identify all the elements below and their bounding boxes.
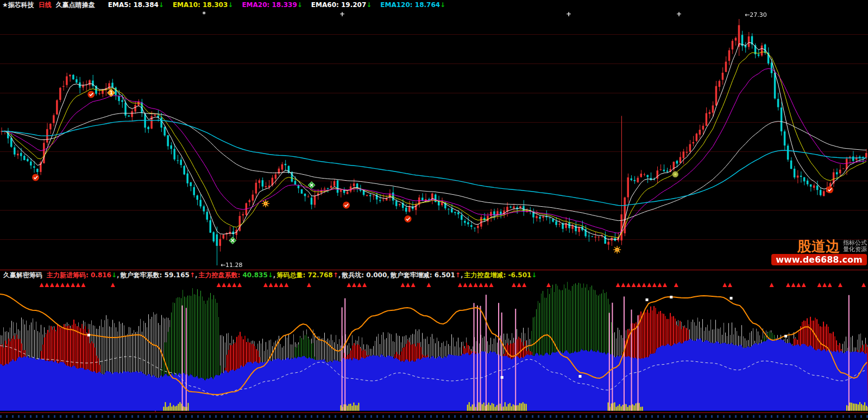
ema10-readout: EMA10: 18.303↓: [173, 1, 233, 9]
chip-stats: 主力新进筹码: 0.816↓, 散户套牢系数: 59.165↑, 主力控盘系数:…: [47, 271, 537, 280]
ema20-readout: EMA20: 18.339↓: [242, 1, 302, 9]
watermark: 股道边 指标公式 量化资源 www.de6688.com: [771, 239, 867, 268]
price-chart-canvas[interactable]: [0, 10, 868, 270]
watermark-brand: 股道边: [797, 239, 840, 253]
ema60-readout: EMA60: 19.207↓: [311, 1, 372, 9]
watermark-top-row: 股道边 指标公式 量化资源: [771, 239, 867, 253]
scrollbar-ticks: [0, 415, 868, 418]
chip-stat-6: 主力控盘增减: -6.501↓: [464, 271, 537, 280]
main-chart-header: ★振芯科技 日线 久赢点睛操盘 EMA5: 18.384↓EMA10: 18.3…: [0, 0, 868, 10]
chip-panel-canvas[interactable]: [0, 281, 868, 412]
bottom-scrollbar[interactable]: [0, 412, 868, 420]
chip-stat-1: 散户套牢系数: 59.165↑,: [121, 271, 198, 280]
stock-name: ★振芯科技: [2, 1, 34, 10]
chip-stat-0: 主力新进筹码: 0.816↓,: [47, 271, 119, 280]
watermark-tagline-2: 量化资源: [843, 246, 867, 253]
watermark-taglines: 指标公式 量化资源: [843, 240, 867, 253]
ema5-readout: EMA5: 18.384↓: [108, 1, 164, 9]
ema-readouts: EMA5: 18.384↓EMA10: 18.303↓EMA20: 18.339…: [108, 1, 445, 9]
ema120-readout: EMA120: 18.764↓: [380, 1, 445, 9]
chip-stat-2: 主力控盘系数: 40.835↓,: [199, 271, 276, 280]
sub-indicator-title: 久赢解密筹码: [3, 271, 42, 280]
chip-stat-3: 筹码总量: 72.768↑,: [276, 271, 341, 280]
chip-stat-4: 散兵坑: 0.000,: [342, 271, 389, 280]
chip-stat-5: 散户套牢增减: 6.501↑,: [391, 271, 463, 280]
main-indicator-title: 久赢点睛操盘: [56, 1, 95, 10]
period-label[interactable]: 日线: [39, 1, 52, 10]
watermark-url: www.de6688.com: [771, 254, 867, 265]
chip-panel-header: 久赢解密筹码 主力新进筹码: 0.816↓, 散户套牢系数: 59.165↑, …: [0, 270, 868, 281]
app-window: ★振芯科技 日线 久赢点睛操盘 EMA5: 18.384↓EMA10: 18.3…: [0, 0, 868, 420]
